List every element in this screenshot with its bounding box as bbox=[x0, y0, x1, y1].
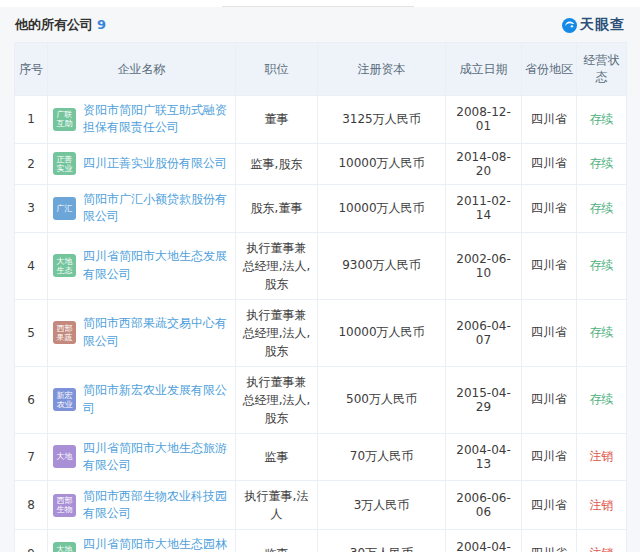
date-cell: 2011-02-14 bbox=[446, 184, 522, 232]
position-cell: 执行董事兼总经理,法人,股东 bbox=[236, 299, 318, 366]
tianyancha-logo[interactable]: 天眼查 bbox=[562, 16, 625, 34]
companies-section-title: 他的所有公司9 bbox=[15, 16, 106, 34]
position-cell: 执行董事兼总经理,法人,股东 bbox=[236, 366, 318, 433]
company-name-link[interactable]: 简阳市新宏农业发展有限公司 bbox=[83, 382, 230, 417]
position-value: 执行董事,法人 bbox=[241, 487, 312, 523]
row-index-cell: 8 bbox=[15, 481, 48, 530]
province-value: 四川省 bbox=[531, 392, 567, 406]
capital-cell: 500万人民币 bbox=[318, 366, 446, 433]
capital-cell: 3125万人民币 bbox=[318, 96, 446, 144]
badge-line1: 新宏 bbox=[57, 391, 73, 400]
date-value: 2006-06-06 bbox=[456, 491, 510, 519]
badge-line1: 大地 bbox=[57, 257, 73, 266]
capital-cell: 70万人民币 bbox=[318, 433, 446, 481]
capital-value: 9300万人民币 bbox=[342, 258, 421, 272]
capital-value: 10000万人民币 bbox=[338, 156, 424, 170]
row-index: 9 bbox=[27, 547, 35, 552]
position-value: 执行董事兼总经理,法人,股东 bbox=[241, 306, 312, 360]
province-value: 四川省 bbox=[531, 449, 567, 463]
capital-cell: 3万人民币 bbox=[318, 481, 446, 530]
status-cell: 存续 bbox=[577, 299, 627, 366]
date-value: 2014-08-20 bbox=[456, 150, 510, 178]
company-name-cell: 大地 生态 四川省简阳市大地生态发展有限公司 bbox=[48, 232, 236, 299]
badge-line2: 实业 bbox=[57, 164, 73, 173]
date-cell: 2006-06-06 bbox=[446, 481, 522, 530]
row-index-cell: 9 bbox=[15, 530, 48, 552]
row-index: 1 bbox=[27, 112, 35, 126]
position-cell: 董事 bbox=[236, 96, 318, 144]
company-logo-badge: 正善 实业 bbox=[53, 152, 76, 175]
status-cell: 存续 bbox=[577, 96, 627, 144]
position-value: 监事,股东 bbox=[251, 155, 303, 173]
capital-cell: 10000万人民币 bbox=[318, 184, 446, 232]
position-cell: 执行董事,法人 bbox=[236, 481, 318, 530]
company-logo-badge: 广汇 bbox=[53, 197, 76, 220]
company-name-link[interactable]: 四川正善实业股份有限公司 bbox=[83, 155, 227, 172]
position-value: 监事 bbox=[265, 545, 289, 552]
status-cell: 注销 bbox=[577, 481, 627, 530]
status-cell: 存续 bbox=[577, 143, 627, 184]
company-name-link[interactable]: 简阳市西部果蔬交易中心有限公司 bbox=[83, 315, 230, 350]
company-name-cell: 正善 实业 四川正善实业股份有限公司 bbox=[48, 143, 236, 184]
row-index: 7 bbox=[27, 450, 35, 464]
row-index-cell: 1 bbox=[15, 96, 48, 144]
capital-cell: 10000万人民币 bbox=[318, 299, 446, 366]
row-index: 6 bbox=[27, 393, 35, 407]
company-name-link[interactable]: 简阳市西部生物农业科技园有限公司 bbox=[83, 488, 230, 523]
tianyancha-logo-icon bbox=[562, 18, 577, 33]
status-cell: 注销 bbox=[577, 530, 627, 552]
status-cell: 注销 bbox=[577, 433, 627, 481]
date-cell: 2015-04-29 bbox=[446, 366, 522, 433]
province-cell: 四川省 bbox=[522, 96, 577, 144]
column-header: 企业名称 bbox=[48, 43, 236, 96]
company-name-link[interactable]: 资阳市简阳广联互助式融资担保有限责任公司 bbox=[83, 102, 230, 137]
status-badge: 注销 bbox=[590, 546, 614, 552]
date-value: 2015-04-29 bbox=[456, 386, 510, 414]
row-index-cell: 7 bbox=[15, 433, 48, 481]
company-name-link[interactable]: 四川省简阳市大地生态发展有限公司 bbox=[83, 248, 230, 283]
table-row: 5 西部 果蔬 简阳市西部果蔬交易中心有限公司 执行董事兼总经理,法人,股东 1… bbox=[15, 299, 627, 366]
position-value: 监事 bbox=[265, 448, 289, 466]
position-cell: 监事 bbox=[236, 433, 318, 481]
position-cell: 监事,股东 bbox=[236, 143, 318, 184]
badge-line1: 广联 bbox=[57, 110, 73, 119]
badge-line2: 生态 bbox=[57, 266, 73, 275]
company-name-cell: 西部 生物 简阳市西部生物农业科技园有限公司 bbox=[48, 481, 236, 530]
date-value: 2002-06-10 bbox=[456, 252, 510, 280]
company-name-link[interactable]: 四川省简阳市大地生态园林绿化有限公司 bbox=[83, 536, 230, 552]
status-badge: 存续 bbox=[590, 325, 614, 339]
position-value: 执行董事兼总经理,法人,股东 bbox=[241, 373, 312, 427]
date-cell: 2004-04-15 bbox=[446, 530, 522, 552]
row-index-cell: 4 bbox=[15, 232, 48, 299]
column-header: 成立日期 bbox=[446, 43, 522, 96]
companies-title-text: 他的所有公司 bbox=[15, 17, 93, 32]
table-header-row: 序号企业名称职位注册资本成立日期省份地区经营状态 bbox=[15, 43, 627, 96]
companies-table-body: 1 广联 互助 资阳市简阳广联互助式融资担保有限责任公司 董事 3125万人民币… bbox=[15, 96, 627, 552]
date-cell: 2008-12-01 bbox=[446, 96, 522, 144]
province-value: 四川省 bbox=[531, 325, 567, 339]
status-badge: 存续 bbox=[590, 258, 614, 272]
table-row: 1 广联 互助 资阳市简阳广联互助式融资担保有限责任公司 董事 3125万人民币… bbox=[15, 96, 627, 144]
badge-line1: 大地 bbox=[57, 545, 73, 552]
province-cell: 四川省 bbox=[522, 530, 577, 552]
position-cell: 执行董事兼总经理,法人,股东 bbox=[236, 232, 318, 299]
capital-value: 10000万人民币 bbox=[338, 325, 424, 339]
company-logo-badge: 新宏 农业 bbox=[53, 388, 76, 411]
capital-value: 70万人民币 bbox=[350, 449, 413, 463]
company-name-cell: 大地 四川省简阳市大地生态旅游有限公司 bbox=[48, 433, 236, 481]
position-value: 执行董事兼总经理,法人,股东 bbox=[241, 239, 312, 293]
companies-table: 序号企业名称职位注册资本成立日期省份地区经营状态 1 广联 互助 资阳市简阳广联… bbox=[14, 42, 627, 552]
date-value: 2006-04-07 bbox=[456, 319, 510, 347]
position-value: 董事 bbox=[265, 110, 289, 128]
row-index-cell: 5 bbox=[15, 299, 48, 366]
date-value: 2004-04-13 bbox=[456, 443, 510, 471]
company-name-link[interactable]: 四川省简阳市大地生态旅游有限公司 bbox=[83, 440, 230, 475]
column-header: 序号 bbox=[15, 43, 48, 96]
row-index: 5 bbox=[27, 326, 35, 340]
status-badge: 存续 bbox=[590, 201, 614, 215]
company-name-link[interactable]: 简阳市广汇小额贷款股份有限公司 bbox=[83, 191, 230, 226]
table-row: 7 大地 四川省简阳市大地生态旅游有限公司 监事 70万人民币 2004-04-… bbox=[15, 433, 627, 481]
badge-line1: 西部 bbox=[57, 324, 73, 333]
row-index-cell: 3 bbox=[15, 184, 48, 232]
company-logo-badge: 西部 生物 bbox=[53, 494, 76, 517]
